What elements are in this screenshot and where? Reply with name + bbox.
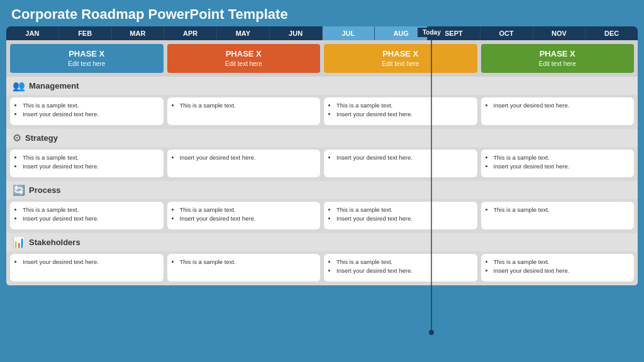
- content-cell-2-0: This is a sample text.Insert your desire…: [10, 202, 164, 229]
- content-cell-0-1: This is a sample text.: [167, 97, 321, 125]
- month-cell-jan: JAN: [6, 26, 59, 40]
- content-cell-2-1: This is a sample text.Insert your desire…: [167, 202, 321, 229]
- cell-item-1-2-0: Insert your desired text here.: [336, 153, 472, 162]
- category-content-1: This is a sample text.Insert your desire…: [6, 147, 638, 181]
- phase-label-0: PHASE X: [69, 49, 104, 58]
- month-cell-feb: FEB: [59, 26, 112, 40]
- phase-sub-1: Edit text here: [225, 60, 262, 67]
- cell-item-2-1-1: Insert your desired text here.: [180, 214, 316, 223]
- phase-label-3: PHASE X: [540, 49, 575, 58]
- cell-item-3-3-0: This is a sample text.: [494, 258, 630, 266]
- cell-item-2-0-0: This is a sample text.: [23, 206, 158, 214]
- month-cell-jul: JUL: [323, 26, 375, 40]
- cell-item-0-2-1: Insert your desired text here.: [336, 110, 472, 119]
- phase-sub-3: Edit text here: [539, 60, 576, 67]
- category-header-0: 👥Management: [6, 77, 638, 95]
- cell-item-3-0-0: Insert your desired text here.: [23, 258, 158, 266]
- cell-item-2-0-1: Insert your desired text here.: [23, 214, 158, 223]
- month-cell-dec: DEC: [586, 26, 638, 40]
- category-header-2: 🔄Process: [6, 181, 638, 199]
- phase-row: PHASE XEdit text herePHASE XEdit text he…: [6, 40, 638, 77]
- month-cell-jun: JUN: [270, 26, 323, 40]
- content-cell-3-1: This is a sample text.: [167, 254, 321, 282]
- phase-block-2: PHASE XEdit text here: [324, 44, 477, 73]
- cell-item-3-1-0: This is a sample text.: [180, 258, 316, 266]
- cell-item-2-1-0: This is a sample text.: [180, 206, 316, 214]
- month-cell-oct: OCT: [480, 26, 533, 40]
- month-header: JANFEBMARAPRMAYJUNJULAUGSEPTOCTNOVDEC: [6, 26, 638, 40]
- category-title-3: Stakeholders: [29, 238, 80, 247]
- phase-block-3: PHASE XEdit text here: [481, 44, 635, 73]
- category-section-1: ⚙StrategyThis is a sample text.Insert yo…: [6, 129, 638, 181]
- month-cell-may: MAY: [217, 26, 270, 40]
- cell-item-0-1-0: This is a sample text.: [180, 101, 316, 110]
- content-cell-1-2: Insert your desired text here.: [324, 150, 477, 177]
- category-title-2: Process: [29, 185, 61, 195]
- month-cell-mar: MAR: [112, 26, 165, 40]
- cell-item-0-0-0: This is a sample text.: [23, 101, 158, 110]
- content-cell-2-3: This is a sample text.: [481, 202, 635, 229]
- cell-item-0-3-0: Insert your desired text here.: [494, 101, 630, 110]
- content-cell-3-3: This is a sample text.Insert your desire…: [481, 254, 635, 282]
- phase-block-1: PHASE XEdit text here: [167, 44, 321, 73]
- content-cell-0-0: This is a sample text.Insert your desire…: [10, 97, 164, 125]
- phase-label-1: PHASE X: [226, 49, 262, 58]
- category-header-1: ⚙Strategy: [6, 129, 638, 147]
- category-icon-1: ⚙: [13, 132, 21, 144]
- category-content-3: Insert your desired text here.This is a …: [6, 251, 638, 285]
- category-title-0: Management: [29, 81, 79, 90]
- month-cell-apr: APR: [164, 26, 217, 40]
- cell-item-1-0-0: This is a sample text.: [23, 153, 158, 162]
- cell-item-0-2-0: This is a sample text.: [336, 101, 472, 110]
- today-label: Today: [418, 28, 446, 37]
- cell-item-1-0-1: Insert your desired text here.: [23, 162, 158, 171]
- content-cell-1-0: This is a sample text.Insert your desire…: [10, 150, 164, 177]
- phase-block-0: PHASE XEdit text here: [10, 44, 164, 73]
- categories-container: 👥ManagementThis is a sample text.Insert …: [6, 77, 638, 285]
- cell-item-1-3-1: Insert your desired text here.: [494, 162, 630, 171]
- category-content-2: This is a sample text.Insert your desire…: [6, 199, 638, 233]
- today-line: [431, 37, 432, 332]
- content-cell-1-3: This is a sample text.Insert your desire…: [481, 150, 635, 177]
- category-section-0: 👥ManagementThis is a sample text.Insert …: [6, 77, 638, 129]
- cell-item-2-2-1: Insert your desired text here.: [336, 214, 472, 223]
- category-section-3: 📊StakeholdersInsert your desired text he…: [6, 233, 638, 285]
- cell-item-2-3-0: This is a sample text.: [494, 206, 630, 214]
- month-cell-nov: NOV: [533, 26, 586, 40]
- category-icon-3: 📊: [13, 236, 25, 248]
- cell-item-0-0-1: Insert your desired text here.: [23, 110, 158, 119]
- content-cell-3-0: Insert your desired text here.: [10, 254, 164, 282]
- cell-item-3-2-1: Insert your desired text here.: [336, 266, 472, 275]
- page-title: Corporate Roadmap PowerPoint Template: [0, 0, 644, 26]
- content-cell-1-1: Insert your desired text here.: [167, 150, 321, 177]
- content-cell-3-2: This is a sample text.Insert your desire…: [324, 254, 477, 282]
- cell-item-1-1-0: Insert your desired text here.: [180, 153, 316, 162]
- category-title-1: Strategy: [25, 133, 58, 143]
- phase-sub-2: Edit text here: [382, 60, 419, 67]
- category-icon-2: 🔄: [13, 184, 25, 196]
- category-section-2: 🔄ProcessThis is a sample text.Insert you…: [6, 181, 638, 233]
- content-cell-2-2: This is a sample text.Insert your desire…: [324, 202, 477, 229]
- cell-item-3-2-0: This is a sample text.: [336, 258, 472, 266]
- phase-sub-0: Edit text here: [68, 60, 105, 67]
- category-content-0: This is a sample text.Insert your desire…: [6, 95, 638, 129]
- content-cell-0-3: Insert your desired text here.: [481, 97, 635, 125]
- category-icon-0: 👥: [13, 80, 25, 92]
- cell-item-2-2-0: This is a sample text.: [336, 206, 472, 214]
- cell-item-1-3-0: This is a sample text.: [494, 153, 630, 162]
- content-cell-0-2: This is a sample text.Insert your desire…: [324, 97, 477, 125]
- cell-item-3-3-1: Insert your desired text here.: [494, 266, 630, 275]
- phase-label-2: PHASE X: [382, 49, 418, 58]
- main-container: JANFEBMARAPRMAYJUNJULAUGSEPTOCTNOVDEC PH…: [6, 26, 638, 285]
- today-flag: Today: [418, 28, 446, 335]
- category-header-3: 📊Stakeholders: [6, 233, 638, 251]
